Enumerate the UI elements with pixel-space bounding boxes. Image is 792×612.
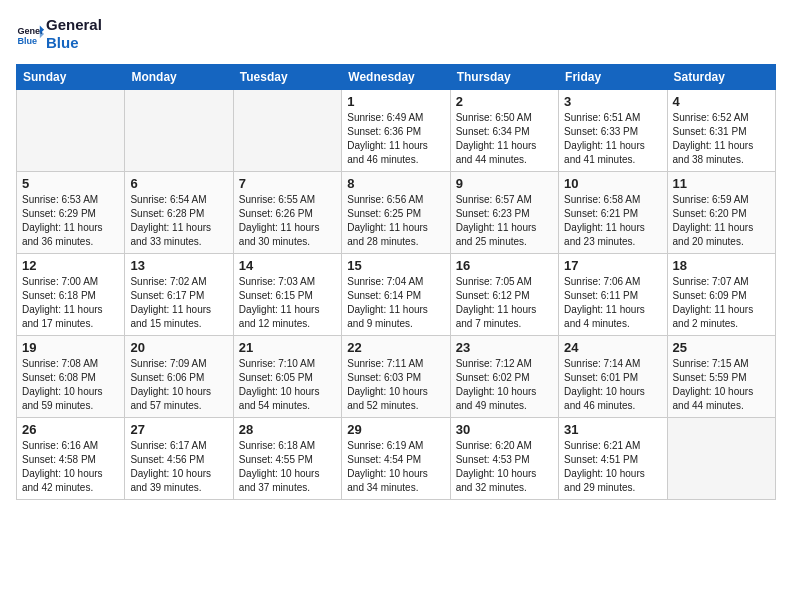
weekday-header-wednesday: Wednesday (342, 65, 450, 90)
day-number: 19 (22, 340, 119, 355)
calendar-cell: 19Sunrise: 7:08 AM Sunset: 6:08 PM Dayli… (17, 336, 125, 418)
calendar-cell: 29Sunrise: 6:19 AM Sunset: 4:54 PM Dayli… (342, 418, 450, 500)
calendar-cell: 25Sunrise: 7:15 AM Sunset: 5:59 PM Dayli… (667, 336, 775, 418)
day-number: 5 (22, 176, 119, 191)
day-info: Sunrise: 6:49 AM Sunset: 6:36 PM Dayligh… (347, 111, 444, 167)
day-number: 11 (673, 176, 770, 191)
calendar-cell: 7Sunrise: 6:55 AM Sunset: 6:26 PM Daylig… (233, 172, 341, 254)
calendar-cell: 27Sunrise: 6:17 AM Sunset: 4:56 PM Dayli… (125, 418, 233, 500)
day-info: Sunrise: 7:12 AM Sunset: 6:02 PM Dayligh… (456, 357, 553, 413)
day-number: 4 (673, 94, 770, 109)
calendar-cell: 13Sunrise: 7:02 AM Sunset: 6:17 PM Dayli… (125, 254, 233, 336)
day-number: 15 (347, 258, 444, 273)
day-number: 18 (673, 258, 770, 273)
day-number: 20 (130, 340, 227, 355)
day-number: 24 (564, 340, 661, 355)
day-number: 16 (456, 258, 553, 273)
weekday-header-sunday: Sunday (17, 65, 125, 90)
day-info: Sunrise: 7:10 AM Sunset: 6:05 PM Dayligh… (239, 357, 336, 413)
day-info: Sunrise: 6:21 AM Sunset: 4:51 PM Dayligh… (564, 439, 661, 495)
calendar-cell: 4Sunrise: 6:52 AM Sunset: 6:31 PM Daylig… (667, 90, 775, 172)
day-number: 13 (130, 258, 227, 273)
calendar-week-row: 1Sunrise: 6:49 AM Sunset: 6:36 PM Daylig… (17, 90, 776, 172)
calendar-week-row: 12Sunrise: 7:00 AM Sunset: 6:18 PM Dayli… (17, 254, 776, 336)
day-info: Sunrise: 6:20 AM Sunset: 4:53 PM Dayligh… (456, 439, 553, 495)
day-info: Sunrise: 6:53 AM Sunset: 6:29 PM Dayligh… (22, 193, 119, 249)
day-info: Sunrise: 6:18 AM Sunset: 4:55 PM Dayligh… (239, 439, 336, 495)
day-info: Sunrise: 7:09 AM Sunset: 6:06 PM Dayligh… (130, 357, 227, 413)
day-info: Sunrise: 7:07 AM Sunset: 6:09 PM Dayligh… (673, 275, 770, 331)
calendar-cell: 23Sunrise: 7:12 AM Sunset: 6:02 PM Dayli… (450, 336, 558, 418)
day-info: Sunrise: 6:54 AM Sunset: 6:28 PM Dayligh… (130, 193, 227, 249)
day-info: Sunrise: 7:05 AM Sunset: 6:12 PM Dayligh… (456, 275, 553, 331)
calendar-cell: 30Sunrise: 6:20 AM Sunset: 4:53 PM Dayli… (450, 418, 558, 500)
calendar-cell: 2Sunrise: 6:50 AM Sunset: 6:34 PM Daylig… (450, 90, 558, 172)
day-number: 30 (456, 422, 553, 437)
day-info: Sunrise: 6:16 AM Sunset: 4:58 PM Dayligh… (22, 439, 119, 495)
calendar-cell: 28Sunrise: 6:18 AM Sunset: 4:55 PM Dayli… (233, 418, 341, 500)
calendar-cell: 24Sunrise: 7:14 AM Sunset: 6:01 PM Dayli… (559, 336, 667, 418)
calendar-cell: 20Sunrise: 7:09 AM Sunset: 6:06 PM Dayli… (125, 336, 233, 418)
calendar-cell: 22Sunrise: 7:11 AM Sunset: 6:03 PM Dayli… (342, 336, 450, 418)
calendar-cell: 10Sunrise: 6:58 AM Sunset: 6:21 PM Dayli… (559, 172, 667, 254)
calendar-cell: 14Sunrise: 7:03 AM Sunset: 6:15 PM Dayli… (233, 254, 341, 336)
day-number: 17 (564, 258, 661, 273)
day-number: 28 (239, 422, 336, 437)
logo: General Blue General Blue (16, 16, 102, 52)
logo-blue: Blue (46, 34, 102, 52)
day-number: 6 (130, 176, 227, 191)
calendar-week-row: 26Sunrise: 6:16 AM Sunset: 4:58 PM Dayli… (17, 418, 776, 500)
calendar-cell: 26Sunrise: 6:16 AM Sunset: 4:58 PM Dayli… (17, 418, 125, 500)
day-number: 8 (347, 176, 444, 191)
day-info: Sunrise: 7:15 AM Sunset: 5:59 PM Dayligh… (673, 357, 770, 413)
calendar-cell: 9Sunrise: 6:57 AM Sunset: 6:23 PM Daylig… (450, 172, 558, 254)
calendar-cell: 5Sunrise: 6:53 AM Sunset: 6:29 PM Daylig… (17, 172, 125, 254)
day-info: Sunrise: 6:55 AM Sunset: 6:26 PM Dayligh… (239, 193, 336, 249)
calendar-cell (667, 418, 775, 500)
day-number: 26 (22, 422, 119, 437)
calendar-cell: 8Sunrise: 6:56 AM Sunset: 6:25 PM Daylig… (342, 172, 450, 254)
day-number: 7 (239, 176, 336, 191)
day-info: Sunrise: 7:02 AM Sunset: 6:17 PM Dayligh… (130, 275, 227, 331)
logo-icon: General Blue (16, 20, 44, 48)
calendar-week-row: 19Sunrise: 7:08 AM Sunset: 6:08 PM Dayli… (17, 336, 776, 418)
day-number: 12 (22, 258, 119, 273)
day-info: Sunrise: 6:58 AM Sunset: 6:21 PM Dayligh… (564, 193, 661, 249)
day-number: 22 (347, 340, 444, 355)
weekday-header-saturday: Saturday (667, 65, 775, 90)
calendar-week-row: 5Sunrise: 6:53 AM Sunset: 6:29 PM Daylig… (17, 172, 776, 254)
calendar-table: SundayMondayTuesdayWednesdayThursdayFrid… (16, 64, 776, 500)
day-number: 2 (456, 94, 553, 109)
calendar-cell: 6Sunrise: 6:54 AM Sunset: 6:28 PM Daylig… (125, 172, 233, 254)
day-number: 10 (564, 176, 661, 191)
day-info: Sunrise: 7:03 AM Sunset: 6:15 PM Dayligh… (239, 275, 336, 331)
calendar-cell (125, 90, 233, 172)
day-number: 14 (239, 258, 336, 273)
day-number: 3 (564, 94, 661, 109)
day-info: Sunrise: 6:56 AM Sunset: 6:25 PM Dayligh… (347, 193, 444, 249)
logo-general: General (46, 16, 102, 34)
day-number: 23 (456, 340, 553, 355)
day-number: 1 (347, 94, 444, 109)
calendar-cell: 11Sunrise: 6:59 AM Sunset: 6:20 PM Dayli… (667, 172, 775, 254)
svg-text:Blue: Blue (17, 36, 37, 46)
page-header: General Blue General Blue (16, 16, 776, 52)
weekday-header-thursday: Thursday (450, 65, 558, 90)
weekday-header-friday: Friday (559, 65, 667, 90)
day-info: Sunrise: 6:52 AM Sunset: 6:31 PM Dayligh… (673, 111, 770, 167)
day-number: 25 (673, 340, 770, 355)
day-info: Sunrise: 6:19 AM Sunset: 4:54 PM Dayligh… (347, 439, 444, 495)
calendar-cell: 21Sunrise: 7:10 AM Sunset: 6:05 PM Dayli… (233, 336, 341, 418)
day-info: Sunrise: 7:06 AM Sunset: 6:11 PM Dayligh… (564, 275, 661, 331)
weekday-header-row: SundayMondayTuesdayWednesdayThursdayFrid… (17, 65, 776, 90)
day-number: 21 (239, 340, 336, 355)
day-number: 27 (130, 422, 227, 437)
day-info: Sunrise: 6:59 AM Sunset: 6:20 PM Dayligh… (673, 193, 770, 249)
calendar-cell (17, 90, 125, 172)
day-number: 9 (456, 176, 553, 191)
day-info: Sunrise: 6:51 AM Sunset: 6:33 PM Dayligh… (564, 111, 661, 167)
calendar-cell: 16Sunrise: 7:05 AM Sunset: 6:12 PM Dayli… (450, 254, 558, 336)
calendar-cell: 17Sunrise: 7:06 AM Sunset: 6:11 PM Dayli… (559, 254, 667, 336)
weekday-header-monday: Monday (125, 65, 233, 90)
calendar-cell: 15Sunrise: 7:04 AM Sunset: 6:14 PM Dayli… (342, 254, 450, 336)
